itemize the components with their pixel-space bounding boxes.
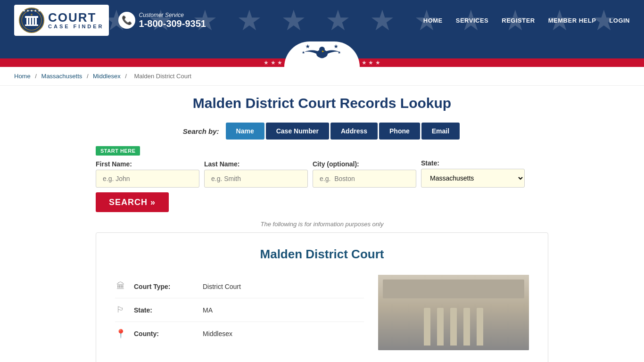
column-3 [450, 308, 457, 346]
court-info-title: Malden District Court [115, 247, 529, 262]
info-note: The following is for information purpose… [96, 221, 548, 228]
first-name-group: First Name: [96, 160, 199, 188]
eagle-arch: ★ ★ ★ ★ [284, 41, 360, 67]
building-icon: 🏛 [115, 281, 126, 291]
court-image [378, 275, 529, 350]
search-by-label: Search by: [183, 127, 219, 135]
cs-phone: 1-800-309-9351 [139, 18, 206, 29]
deco-star: ★ [237, 4, 262, 37]
deco-star: ★ [325, 4, 351, 37]
court-type-row: 🏛 Court Type: District Court [115, 275, 364, 298]
header-left: ★ ★ ★ ★ ★ COURT CASE FINDER 📞 Customer S… [14, 5, 206, 36]
court-type-value: District Court [203, 283, 241, 290]
column-1 [424, 308, 430, 346]
page-title: Malden District Court Records Lookup [96, 95, 548, 111]
courthouse-columns [424, 308, 483, 350]
svg-rect-6 [35, 18, 37, 25]
court-type-label: Court Type: [134, 283, 195, 290]
search-button[interactable]: SEARCH » [96, 192, 169, 212]
nav-login[interactable]: LOGIN [609, 17, 630, 24]
tab-email[interactable]: Email [421, 123, 460, 140]
state-group: State: Massachusetts Alabama Alaska Ariz… [421, 159, 525, 188]
state-label-detail: State: [134, 306, 195, 314]
breadcrumb-sep: / [125, 73, 128, 80]
svg-text:★ ★ ★ ★ ★: ★ ★ ★ ★ ★ [23, 9, 41, 12]
header: ★ ★ ★ ★ ★ ★ ★ ★ ★ ★ ★ ★ ★ ★ ★ ★ ★ [0, 0, 644, 41]
court-image-inner [378, 275, 529, 350]
breadcrumb-massachusetts[interactable]: Massachusetts [41, 73, 83, 80]
city-group: City (optional): [313, 160, 416, 188]
deco-star: ★ [370, 4, 395, 37]
svg-rect-4 [29, 18, 31, 25]
svg-text:★: ★ [334, 44, 339, 49]
column-2 [437, 308, 444, 346]
start-here-badge: START HERE [96, 146, 140, 156]
column-4 [463, 308, 470, 346]
main-content: Malden District Court Records Lookup Sea… [86, 86, 558, 362]
county-label: County: [134, 330, 195, 337]
state-select[interactable]: Massachusetts Alabama Alaska Arizona Cal… [421, 169, 525, 188]
logo-court-label: COURT [48, 11, 104, 24]
svg-text:★: ★ [302, 50, 305, 55]
tab-case-number[interactable]: Case Number [266, 123, 329, 140]
nav-home[interactable]: HOME [423, 17, 443, 24]
nav-member-help[interactable]: MEMBER HELP [548, 17, 596, 24]
svg-rect-3 [26, 18, 28, 25]
svg-rect-8 [25, 25, 38, 26]
first-name-input[interactable] [96, 170, 199, 188]
logo[interactable]: ★ ★ ★ ★ ★ COURT CASE FINDER [14, 5, 109, 36]
breadcrumb-current: Malden District Court [134, 73, 191, 80]
logo-case-finder-label: CASE FINDER [48, 24, 104, 29]
breadcrumb-sep: / [35, 73, 38, 80]
state-row: 🏳 State: MA [115, 298, 364, 322]
state-label: State: [421, 159, 525, 167]
court-info-box: Malden District Court 🏛 Court Type: Dist… [96, 232, 548, 362]
court-details: 🏛 Court Type: District Court 🏳 State: MA… [115, 275, 364, 350]
svg-point-9 [31, 14, 33, 16]
logo-seal-icon: ★ ★ ★ ★ ★ [19, 8, 44, 33]
search-form: First Name: Last Name: City (optional): … [96, 159, 548, 212]
last-name-group: Last Name: [204, 160, 308, 188]
courthouse-top [383, 280, 524, 298]
flag-icon: 🏳 [115, 305, 126, 315]
breadcrumb-middlesex[interactable]: Middlesex [93, 73, 121, 80]
county-value: Middlesex [203, 330, 232, 337]
last-name-label: Last Name: [204, 160, 308, 168]
cs-label: Customer Service [139, 12, 206, 18]
eagle-icon: ★ ★ ★ ★ [301, 43, 343, 61]
svg-text:★: ★ [338, 50, 341, 55]
cs-text: Customer Service 1-800-309-9351 [139, 12, 206, 29]
tab-address[interactable]: Address [330, 123, 378, 140]
breadcrumb-home[interactable]: Home [14, 73, 31, 80]
svg-rect-5 [32, 18, 34, 25]
nav-services[interactable]: SERVICES [456, 17, 489, 24]
phone-icon: 📞 [118, 12, 135, 29]
city-label: City (optional): [313, 160, 416, 168]
search-by-row: Search by: Name Case Number Address Phon… [96, 123, 548, 140]
court-info-content: 🏛 Court Type: District Court 🏳 State: MA… [115, 275, 529, 350]
customer-service: 📞 Customer Service 1-800-309-9351 [118, 12, 206, 29]
nav-register[interactable]: REGISTER [502, 17, 535, 24]
location-icon: 📍 [115, 329, 126, 339]
deco-star: ★ [281, 4, 306, 37]
county-row: 📍 County: Middlesex [115, 322, 364, 346]
column-5 [477, 308, 483, 346]
svg-text:★: ★ [305, 44, 310, 49]
tab-name[interactable]: Name [226, 123, 264, 140]
state-value: MA [203, 306, 213, 314]
tab-phone[interactable]: Phone [379, 123, 420, 140]
breadcrumb-sep: / [87, 73, 90, 80]
city-input[interactable] [313, 170, 416, 188]
first-name-label: First Name: [96, 160, 199, 168]
breadcrumb: Home / Massachusetts / Middlesex / Malde… [0, 67, 644, 86]
eagle-banner: ★ ★ ★ ★ ★ ★ ★ ★ ★ ★ [0, 41, 644, 67]
header-nav: HOME SERVICES REGISTER MEMBER HELP LOGIN [423, 17, 630, 24]
logo-text: COURT CASE FINDER [48, 11, 104, 29]
last-name-input[interactable] [204, 170, 308, 188]
svg-rect-7 [25, 16, 38, 18]
